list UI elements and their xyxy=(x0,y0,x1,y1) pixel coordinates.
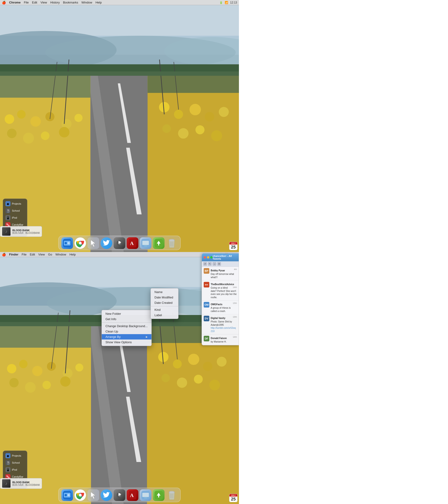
menu-help[interactable]: Help xyxy=(95,1,102,4)
ctx-get-info[interactable]: Get Info xyxy=(102,316,151,322)
tweet-time-2: 14m xyxy=(233,286,237,288)
dock-cursor[interactable] xyxy=(88,237,99,249)
sub-date-created[interactable]: Date Created xyxy=(151,300,178,306)
twitter-minimize-button[interactable] xyxy=(207,256,209,258)
svg-point-28 xyxy=(219,107,229,117)
dock-download[interactable] xyxy=(153,237,164,249)
itunes-artist: BON IVER · BLOODBANK xyxy=(12,232,40,234)
twitter-icon-2 xyxy=(101,489,112,501)
svg-point-17 xyxy=(46,112,54,121)
twitter-search-button[interactable]: ⌕ xyxy=(213,262,216,266)
calendar-widget-2: JULY 25 xyxy=(229,494,237,502)
menubar-left: 🍎 Chrome File Edit View History Bookmark… xyxy=(2,1,102,4)
ipod-label: iPod xyxy=(12,216,17,219)
ctx-change-desktop[interactable]: Change Desktop Background... xyxy=(102,324,151,329)
svg-rect-37 xyxy=(0,72,239,76)
svg-point-83 xyxy=(25,382,36,393)
svg-marker-107 xyxy=(91,492,95,499)
dock2-itunes[interactable] xyxy=(114,489,125,501)
cursor-icon-2 xyxy=(88,489,99,501)
menu2-help[interactable]: Help xyxy=(70,253,76,256)
ipod-label-2: iPod xyxy=(12,468,17,471)
menu-file[interactable]: File xyxy=(24,1,29,4)
tweet-body-1: Bobby Pysar 4m Day off tomorrow what wha… xyxy=(211,268,237,279)
dock2: A xyxy=(58,488,180,502)
ctx-new-folder[interactable]: New Folder xyxy=(102,311,151,316)
svg-text:A: A xyxy=(130,240,134,246)
menu2-go[interactable]: Go xyxy=(48,253,52,256)
dock-finder[interactable] xyxy=(61,237,73,249)
dock2-twitter[interactable] xyxy=(101,489,112,501)
dock2-chrome[interactable] xyxy=(74,489,86,501)
stack-item-projects[interactable]: ◆ Projects xyxy=(4,201,26,207)
ctx-show-view-options[interactable]: Show View Options xyxy=(102,340,151,345)
svg-text:A: A xyxy=(130,492,134,498)
dock2-download[interactable] xyxy=(153,489,164,501)
svg-point-89 xyxy=(203,362,212,371)
menu-view[interactable]: View xyxy=(40,1,47,4)
ctx-clean-up[interactable]: Clean Up xyxy=(102,329,151,334)
svg-point-16 xyxy=(30,116,41,127)
cal-month-2: JULY xyxy=(229,494,237,497)
svg-point-14 xyxy=(5,114,14,124)
apple-menu-icon[interactable]: 🍎 xyxy=(2,1,6,4)
svg-point-41 xyxy=(67,242,70,244)
dock-itunes[interactable] xyxy=(114,237,125,249)
tweet-text-1: Day off tomorrow what what!!! xyxy=(211,272,237,279)
menu2-file[interactable]: File xyxy=(22,253,27,256)
menu2-edit[interactable]: Edit xyxy=(30,253,35,256)
itunes-info-2: BLOOD BANK BON IVER · BLOODBANK xyxy=(12,481,40,486)
twitter-window-controls xyxy=(204,256,213,258)
svg-point-26 xyxy=(189,104,201,115)
sub-name[interactable]: Name xyxy=(151,289,178,295)
candybar-label-2: CandyBar xyxy=(12,475,23,478)
stack-item-ipod[interactable]: 📱 iPod xyxy=(4,215,26,221)
menu-window[interactable]: Window xyxy=(81,1,92,4)
tweet-avatar-1: BP xyxy=(204,268,209,274)
menu2-view[interactable]: View xyxy=(38,253,45,256)
stack2-item-projects[interactable]: ◆ Projects xyxy=(4,453,26,459)
dock-chrome[interactable] xyxy=(74,237,86,249)
stack-item-school[interactable]: 📓 School xyxy=(4,208,26,214)
dock2-acrobat[interactable]: A xyxy=(127,489,138,501)
menubar2-left: 🍎 Finder File Edit View Go Window Help xyxy=(2,253,76,256)
school-icon: 📓 xyxy=(5,208,11,213)
svg-rect-54 xyxy=(142,245,149,246)
twitter-close-button[interactable] xyxy=(204,256,206,258)
twitter-settings-button[interactable]: ⚙ xyxy=(217,262,221,266)
dock-osx[interactable] xyxy=(140,237,151,249)
projects-label: Projects xyxy=(12,202,21,205)
tweet-avatar-5: DF xyxy=(204,336,209,341)
svg-point-76 xyxy=(7,364,16,373)
apple-menu-icon-2[interactable]: 🍎 xyxy=(2,253,6,256)
tweet-time-4: 13m xyxy=(233,316,237,318)
menu2-window[interactable]: Window xyxy=(55,253,66,256)
tweet-link-4[interactable]: http://tumblr.com/xr53oq210 xyxy=(211,327,236,332)
menu-history[interactable]: History xyxy=(50,1,59,4)
dock2-finder[interactable] xyxy=(61,489,73,501)
ctx-arrange-by[interactable]: Arrange By ▶ xyxy=(102,334,151,340)
dock2-osx[interactable] xyxy=(140,489,151,501)
svg-point-44 xyxy=(79,242,82,245)
menu-edit[interactable]: Edit xyxy=(32,1,37,4)
stack2-item-school[interactable]: 📓 School xyxy=(4,460,26,466)
stack2-item-ipod[interactable]: 📱 iPod xyxy=(4,467,26,473)
sub-kind[interactable]: Kind xyxy=(151,307,178,312)
svg-rect-55 xyxy=(144,246,147,246)
dock-twitter[interactable] xyxy=(101,237,112,249)
tweet-3: OM OMGFacts 13m A group of rhinos is cal… xyxy=(202,301,239,314)
menu-bookmarks[interactable]: Bookmarks xyxy=(63,1,78,4)
trash-icon xyxy=(166,237,178,249)
twitter-refresh-button[interactable]: ↺ xyxy=(203,262,207,266)
sub-date-modified[interactable]: Date Modified xyxy=(151,295,178,300)
twitter-maximize-button[interactable] xyxy=(210,256,213,258)
dock-acrobat[interactable]: A xyxy=(127,237,138,249)
sub-label[interactable]: Label xyxy=(151,312,178,318)
dock2-cursor[interactable] xyxy=(88,489,99,501)
twitter-compose-button[interactable]: ✎ xyxy=(208,262,212,266)
dock-trash[interactable] xyxy=(166,237,178,249)
tweet-name-3: OMGFacts xyxy=(211,303,222,306)
dock2-trash[interactable] xyxy=(166,489,178,501)
svg-point-30 xyxy=(178,128,189,139)
tweet-text-5: by Marianne H. xyxy=(211,340,237,343)
